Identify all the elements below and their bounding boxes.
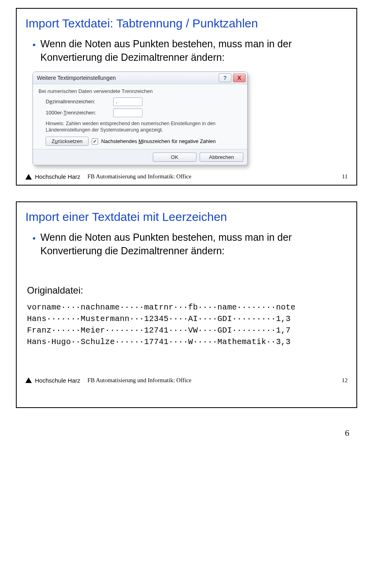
document-page-number: 6: [16, 428, 349, 438]
dialog-button-bar: OK Abbrechen: [33, 149, 247, 165]
minus-checkbox-label: Nachstehendes Minuszeichen für negative …: [101, 138, 216, 144]
dialog-body: Bei numerischen Daten verwendete Trennze…: [33, 84, 247, 149]
reset-row: Zurücksetzen Nachstehendes Minuszeichen …: [46, 137, 242, 146]
bullet-item: • Wenn die Noten aus Punkten bestehen, m…: [33, 37, 348, 64]
bullet-dot-icon: •: [33, 39, 36, 51]
thousands-label: 1000er-Trennzeichen:: [46, 110, 113, 116]
bullet-item: • Wenn die Noten aus Punkten bestehen, m…: [33, 231, 348, 258]
minus-checkbox[interactable]: [92, 138, 98, 145]
group-label: Bei numerischen Daten verwendete Trennze…: [38, 88, 242, 94]
slide-footer: Hochschule Harz FB Automatisierung und I…: [25, 377, 348, 384]
dialog-titlebar: Weitere Textimporteinstellungen ? X: [33, 72, 247, 84]
dialog-window: Weitere Textimporteinstellungen ? X Bei …: [33, 72, 248, 166]
footer-brand: Hochschule Harz: [35, 173, 80, 180]
decimal-row: Dezimaltrennzeichen:: [46, 97, 242, 106]
bullet-text: Wenn die Noten aus Punkten bestehen, mus…: [40, 37, 348, 64]
footer-page: 12: [342, 377, 348, 384]
window-buttons: ? X: [219, 74, 246, 82]
slide-2: Import einer Textdatei mit Leerzeichen •…: [16, 201, 357, 408]
footer-mid: FB Automatisierung und Informatik: Offic…: [87, 377, 191, 384]
ok-button[interactable]: OK: [153, 153, 196, 162]
code-block: vorname····nachname·····matrnr···fb····n…: [27, 302, 348, 348]
reset-button[interactable]: Zurücksetzen: [46, 137, 89, 146]
help-button[interactable]: ?: [219, 74, 231, 82]
footer-left: Hochschule Harz FB Automatisierung und I…: [25, 173, 191, 180]
slide-1: Import Textdatei: Tabtrennung / Punktzah…: [16, 8, 357, 186]
dialog-title: Weitere Textimporteinstellungen: [37, 75, 116, 81]
cancel-button[interactable]: Abbrechen: [200, 153, 243, 162]
slide-title: Import einer Textdatei mit Leerzeichen: [25, 210, 348, 224]
bullet-dot-icon: •: [33, 232, 36, 244]
close-button[interactable]: X: [233, 74, 246, 82]
thousands-row: 1000er-Trennzeichen:: [46, 108, 242, 117]
decimal-label: Dezimaltrennzeichen:: [46, 99, 113, 104]
footer-brand: Hochschule Harz: [35, 377, 80, 384]
decimal-input[interactable]: [113, 97, 142, 106]
bullet-text: Wenn die Noten aus Punkten bestehen, mus…: [40, 231, 348, 258]
subheading: Originaldatei:: [27, 285, 348, 296]
slide-title: Import Textdatei: Tabtrennung / Punktzah…: [25, 17, 348, 30]
footer-left: Hochschule Harz FB Automatisierung und I…: [25, 377, 191, 384]
dialog-hint: Hinweis: Zahlen werden entsprechend den …: [46, 120, 232, 134]
triangle-logo-icon: [25, 174, 32, 180]
triangle-logo-icon: [25, 377, 32, 383]
footer-page: 11: [342, 173, 348, 180]
thousands-input[interactable]: [113, 108, 142, 117]
slide-footer: Hochschule Harz FB Automatisierung und I…: [25, 173, 348, 180]
dialog-screenshot: Weitere Textimporteinstellungen ? X Bei …: [33, 72, 348, 166]
footer-mid: FB Automatisierung und Informatik: Offic…: [87, 173, 191, 180]
